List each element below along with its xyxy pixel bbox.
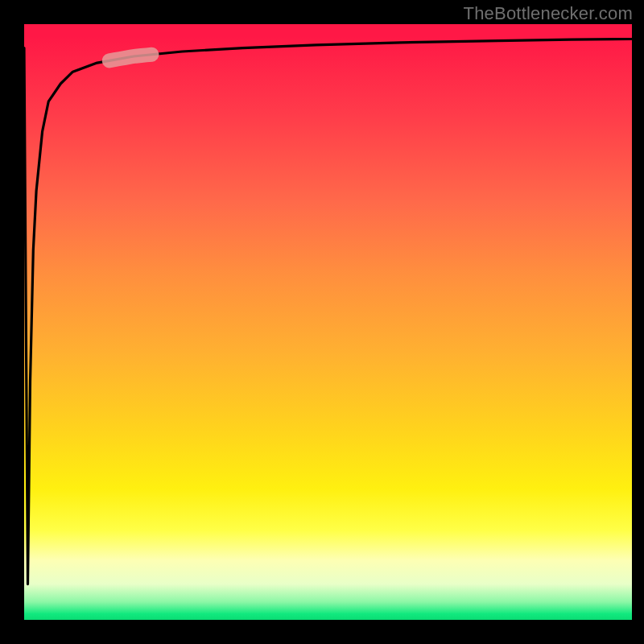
frame-left — [0, 0, 24, 644]
watermark-text: TheBottlenecker.com — [464, 3, 633, 24]
frame-right — [632, 0, 644, 644]
frame-bottom — [0, 620, 644, 644]
chart-container: TheBottlenecker.com — [0, 0, 644, 644]
plot-gradient-background — [24, 24, 632, 620]
